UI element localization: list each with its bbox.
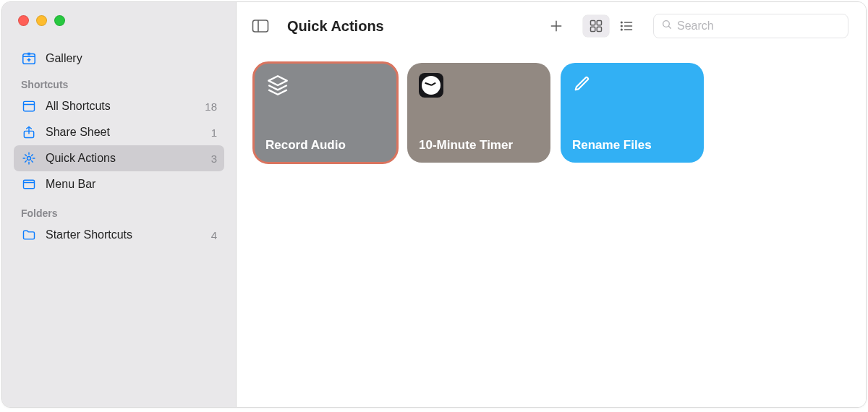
grid-view-button[interactable] [583,15,609,37]
search-icon [661,19,673,33]
close-window-button[interactable] [18,15,29,26]
svg-rect-8 [591,27,595,31]
sidebar-item-all-shortcuts[interactable]: All Shortcuts 18 [14,93,224,119]
svg-point-12 [621,29,623,30]
search-field[interactable] [653,14,848,38]
pencil-icon [572,73,597,98]
sidebar-count: 18 [205,100,217,113]
svg-rect-5 [253,20,268,32]
sidebar-item-menu-bar[interactable]: Menu Bar [14,171,224,197]
sidebar-label: Starter Shortcuts [46,228,132,241]
svg-point-10 [621,22,623,23]
add-shortcut-button[interactable] [543,15,569,37]
svg-rect-1 [24,101,35,111]
all-shortcuts-icon [21,98,37,114]
list-view-button[interactable] [613,15,639,37]
svg-rect-6 [591,21,595,25]
sidebar-toggle-button[interactable] [248,16,273,36]
sidebar-label: Share Sheet [46,126,110,139]
minimize-window-button[interactable] [36,15,47,26]
layers-icon [265,73,290,98]
main-area: Quick Actions [237,2,866,407]
svg-rect-4 [24,180,35,189]
gallery-icon [21,51,37,66]
sidebar-count: 3 [211,153,217,165]
folder-icon [21,227,37,243]
menu-bar-icon [21,176,37,192]
sidebar-item-quick-actions[interactable]: Quick Actions 3 [14,145,224,171]
shortcut-card-rename-files[interactable]: Rename Files [561,63,704,163]
card-title: 10-Minute Timer [419,138,539,153]
svg-point-3 [27,157,31,160]
view-switcher [581,13,642,39]
sidebar-label: All Shortcuts [46,100,111,113]
sidebar: Gallery Shortcuts All Shortcuts 18 Share… [2,2,237,407]
content-area: Record Audio 10-Minute Timer Rename File… [237,50,866,407]
sidebar-label: Menu Bar [46,178,95,191]
sidebar-item-starter-shortcuts[interactable]: Starter Shortcuts 4 [14,222,224,248]
sidebar-heading-shortcuts: Shortcuts [14,74,236,93]
window-controls [2,2,236,40]
fullscreen-window-button[interactable] [54,15,65,26]
svg-rect-9 [597,27,601,31]
shortcut-card-timer[interactable]: 10-Minute Timer [407,63,550,163]
shortcuts-grid: Record Audio 10-Minute Timer Rename File… [254,63,848,163]
sidebar-label: Gallery [46,52,82,65]
sidebar-item-gallery[interactable]: Gallery [14,46,224,72]
page-title: Quick Actions [287,18,384,35]
share-icon [21,124,37,140]
sidebar-count: 4 [211,229,217,241]
toolbar: Quick Actions [237,2,866,50]
card-title: Rename Files [572,138,692,153]
clock-icon [419,73,443,98]
sidebar-count: 1 [211,126,217,139]
sidebar-heading-folders: Folders [14,200,236,222]
sidebar-label: Quick Actions [46,152,116,165]
gear-icon [21,150,37,166]
sidebar-item-share-sheet[interactable]: Share Sheet 1 [14,119,224,145]
card-title: Record Audio [265,138,386,153]
search-input[interactable] [677,20,841,33]
svg-point-11 [621,25,623,27]
shortcut-card-record-audio[interactable]: Record Audio [254,63,397,163]
svg-rect-7 [597,21,601,25]
app-window: Gallery Shortcuts All Shortcuts 18 Share… [1,1,867,408]
